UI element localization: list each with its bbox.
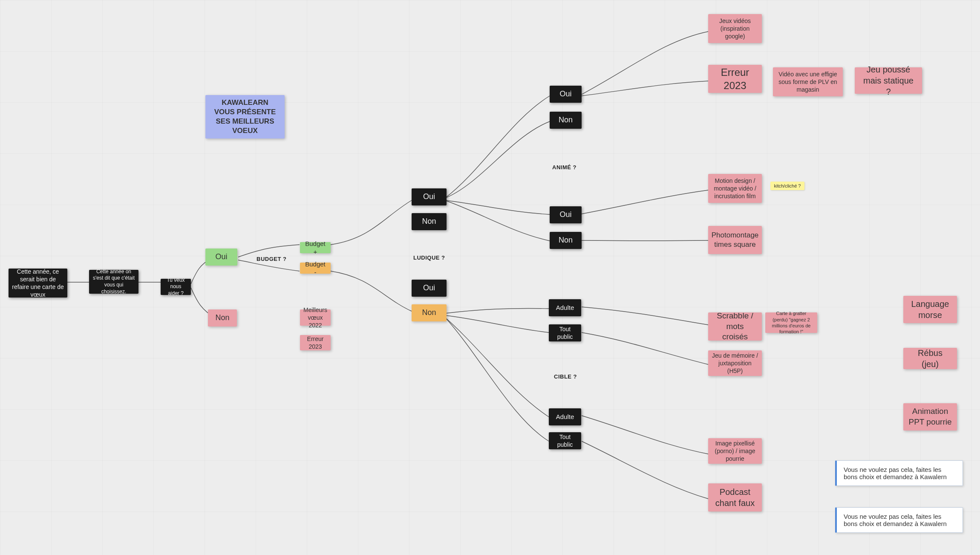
out-gratter: Carte à gratter (perdu) "gagnez 2 millio… — [765, 312, 817, 333]
label-budget: BUDGET ? — [257, 256, 286, 262]
result-voeux-2022[interactable]: Meilleurs vœux 2022 — [300, 309, 331, 326]
anime2-no[interactable]: Non — [550, 232, 582, 249]
label-ludique: LUDIQUE ? — [413, 254, 445, 261]
out-memoire[interactable]: Jeu de mémoire / juxtaposition (H5P) — [708, 350, 762, 376]
ludique-yes[interactable]: Oui — [412, 188, 447, 205]
out-image-pixel[interactable]: Image pixellisé (porno) / image pourrie — [708, 438, 762, 464]
out-morse[interactable]: Language morse — [903, 296, 957, 323]
out-erreur-2023[interactable]: Erreur 2023 — [708, 65, 762, 93]
budget-plus[interactable]: Budget + — [300, 242, 331, 253]
intro-note-2[interactable]: Cette année on s'est dit que c'était vou… — [89, 270, 138, 294]
budget-minus[interactable]: Budget - — [300, 263, 331, 274]
help-no[interactable]: Non — [208, 309, 237, 327]
help-yes[interactable]: Oui — [205, 249, 237, 266]
ludique-yes-b[interactable]: Oui — [412, 280, 447, 297]
title-card: KAWALEARN VOUS PRÉSENTE SES MEILLEURS VO… — [205, 95, 285, 139]
result-erreur-2023a[interactable]: Erreur 2023 — [300, 335, 331, 350]
cible2-adulte[interactable]: Adulte — [549, 408, 581, 425]
out-podcast[interactable]: Podcast chant faux — [708, 483, 762, 512]
callout-1: Vous ne voulez pas cela, faites les bons… — [835, 460, 963, 486]
out-motion-design[interactable]: Motion design / montage vidéo / incrusta… — [708, 174, 762, 203]
out-photomontage[interactable]: Photomontage times square — [708, 226, 762, 254]
anime1-no[interactable]: Non — [550, 112, 582, 129]
intro-note-3[interactable]: Tu veux nous aider ? — [161, 279, 191, 295]
anime2-yes[interactable]: Oui — [550, 206, 582, 223]
anime1-yes[interactable]: Oui — [550, 86, 582, 103]
label-cible: CIBLE ? — [554, 373, 577, 380]
note-kitch: kitch/cliché ? — [770, 182, 804, 190]
intro-note-1[interactable]: Cette année, ce serait bien de refaire u… — [9, 269, 67, 298]
out-plv: Vidéo avec une effigie sous forme de PLV… — [773, 67, 843, 96]
out-scrabble[interactable]: Scrabble / mots croisés — [708, 312, 762, 341]
ludique-no-a[interactable]: Non — [412, 213, 447, 230]
out-statique[interactable]: Jeu poussé mais statique ? — [855, 67, 922, 94]
out-rebus[interactable]: Rébus (jeu) — [903, 348, 957, 369]
label-anime: ANIMÉ ? — [552, 164, 576, 171]
callout-2: Vous ne voulez pas cela, faites les bons… — [835, 507, 963, 533]
cible2-tout-public[interactable]: Tout public — [549, 432, 581, 449]
cible1-adulte[interactable]: Adulte — [549, 299, 581, 316]
out-ppt[interactable]: Animation PPT pourrie — [903, 403, 957, 431]
out-jeux-videos[interactable]: Jeux vidéos (inspiration google) — [708, 14, 762, 43]
cible1-tout-public[interactable]: Tout public — [549, 324, 581, 341]
ludique-no-b[interactable]: Non — [412, 304, 447, 321]
